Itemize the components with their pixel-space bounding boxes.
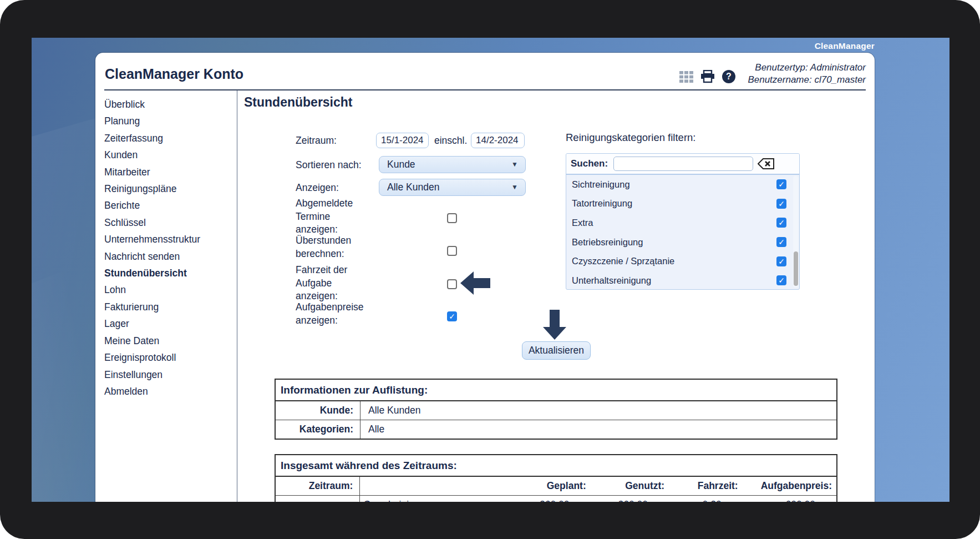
chevron-down-icon: ▼ — [511, 160, 518, 168]
sidebar-item-stundenuebersicht[interactable]: Stundenübersicht — [104, 265, 233, 281]
cell-planned: 260:00 — [507, 496, 590, 502]
sidebar-item-meine-daten[interactable]: Meine Daten — [104, 333, 233, 349]
totals-data-row: Grundreinigung 260:00 260:00 0:20 600,00 — [276, 496, 836, 502]
sidebar-item-abmelden[interactable]: Abmelden — [104, 383, 233, 400]
sort-select-value: Kunde — [387, 159, 415, 170]
filter-search-row: Suchen: — [566, 154, 799, 175]
print-icon[interactable] — [700, 70, 715, 83]
app-window: CleanManager Konto — [95, 53, 875, 502]
col-price: Aufgabenpreis: — [743, 477, 836, 495]
checkbox-label-ueberstunden: Überstunden berechnen: — [296, 234, 373, 260]
section-heading: Stundenübersicht — [244, 95, 353, 110]
checkbox-unterhaltsreinigung[interactable]: ✓ — [776, 275, 786, 285]
screenshot-frame: CleanManager CleanManager Konto — [0, 0, 980, 539]
filter-item-unterhaltsreinigung[interactable]: Unterhaltsreinigung ✓ — [566, 271, 799, 290]
checkbox-fahrzeit-anzeigen[interactable] — [447, 279, 457, 289]
filter-item-label: Tatortreinigung — [572, 198, 632, 209]
sidebar-item-zeiterfassung[interactable]: Zeiterfassung — [104, 130, 233, 147]
checkbox-abgemeldete-termine[interactable] — [447, 213, 457, 223]
col-planned: Geplant: — [507, 477, 590, 495]
info-table: Informationen zur Auflistung: Kunde: All… — [275, 379, 837, 440]
filter-item-betriebsreinigung[interactable]: Betriebsreinigung ✓ — [566, 233, 799, 252]
filter-category-list: Sichtreinigung ✓ Tatortreinigung ✓ Extra… — [566, 175, 799, 290]
filter-item-label: Sichtreinigung — [572, 179, 630, 190]
header-divider — [104, 89, 866, 90]
filter-item-tatortreinigung[interactable]: Tatortreinigung ✓ — [566, 194, 799, 214]
scrollbar-thumb[interactable] — [794, 251, 798, 286]
sidebar-item-unternehmensstruktur[interactable]: Unternehmensstruktur — [104, 231, 233, 248]
period-label: Zeitraum: — [296, 135, 337, 147]
sidebar-item-ueberblick[interactable]: Überblick — [104, 96, 233, 113]
sidebar-item-schluessel[interactable]: Schlüssel — [104, 214, 233, 231]
totals-header-row: Zeitraum: Geplant: Genutzt: Fahrzeit: Au… — [276, 477, 836, 496]
cell-name: Grundreinigung — [360, 496, 507, 502]
checkbox-czyszczenie[interactable]: ✓ — [776, 256, 786, 266]
col-period: Zeitraum: — [276, 477, 360, 495]
clear-search-icon[interactable] — [758, 157, 774, 170]
cell-used: 260:00 — [591, 496, 669, 502]
sidebar-item-ereignisprotokoll[interactable]: Ereignisprotokoll — [104, 349, 233, 366]
filter-heading: Reinigungskategorien filtern: — [566, 132, 695, 144]
checkbox-ueberstunden-berechnen[interactable] — [447, 246, 457, 256]
col-travel: Fahrzeit: — [669, 477, 742, 495]
filter-item-czyszczenie[interactable]: Czyszczenie / Sprzątanie ✓ — [566, 251, 799, 271]
browser-brand-label: CleanManager — [815, 41, 875, 51]
table-row: Kategorien: Alle — [276, 420, 836, 439]
sidebar-divider — [237, 90, 237, 502]
sidebar-item-lager[interactable]: Lager — [104, 315, 233, 332]
date-to-input[interactable] — [471, 133, 525, 148]
desktop-background: CleanManager CleanManager Konto — [32, 38, 949, 502]
filter-item-label: Czyszczenie / Sprzątanie — [572, 256, 674, 266]
help-icon[interactable]: ? — [722, 70, 735, 83]
filter-item-sichtreinigung[interactable]: Sichtreinigung ✓ — [566, 175, 799, 194]
info-table-title: Informationen zur Auflistung: — [276, 380, 836, 401]
info-row-label: Kunde: — [276, 401, 360, 420]
update-button[interactable]: Aktualisieren — [522, 341, 591, 360]
table-grid-icon[interactable] — [679, 71, 693, 83]
user-name-label: Benutzername: cl70_master — [748, 74, 866, 86]
search-label: Suchen: — [571, 158, 608, 169]
sidebar-item-nachricht-senden[interactable]: Nachricht senden — [104, 248, 233, 265]
info-row-value: Alle Kunden — [360, 401, 836, 420]
col-used: Genutzt: — [591, 477, 669, 495]
show-select-value: Alle Kunden — [387, 182, 439, 193]
sort-select[interactable]: Kunde ▼ — [379, 156, 526, 173]
checkbox-label-aufgabenpreise: Aufgabenpreise anzeigen: — [296, 301, 373, 327]
date-from-input[interactable] — [376, 133, 429, 148]
cell-period — [276, 496, 360, 502]
info-row-value: Alle — [360, 420, 836, 439]
totals-table: Insgesamt während des Zeitraums: Zeitrau… — [275, 454, 837, 502]
user-info: Benutzertyp: Administrator Benutzername:… — [748, 62, 866, 86]
sidebar-item-einstellungen[interactable]: Einstellungen — [104, 366, 233, 383]
sidebar-item-mitarbeiter[interactable]: Mitarbeiter — [104, 164, 233, 180]
filter-item-label: Unterhaltsreinigung — [572, 275, 651, 286]
sidebar-item-berichte[interactable]: Berichte — [104, 197, 233, 214]
filter-item-label: Extra — [572, 218, 593, 228]
sidebar-item-reinigungsplaene[interactable]: Reinigungspläne — [104, 180, 233, 197]
sidebar-item-planung[interactable]: Planung — [104, 113, 233, 129]
totals-table-title: Insgesamt während des Zeitraums: — [276, 455, 836, 477]
sort-label: Sortieren nach: — [296, 159, 362, 171]
checkbox-tatortreinigung[interactable]: ✓ — [776, 199, 786, 209]
cell-travel: 0:20 — [669, 496, 743, 502]
table-row: Kunde: Alle Kunden — [276, 401, 836, 420]
checkbox-betriebsreinigung[interactable]: ✓ — [776, 237, 786, 247]
show-select[interactable]: Alle Kunden ▼ — [379, 179, 526, 196]
info-row-label: Kategorien: — [276, 420, 360, 439]
checkbox-extra[interactable]: ✓ — [776, 218, 786, 228]
filter-item-extra[interactable]: Extra ✓ — [566, 213, 799, 233]
checkbox-sichtreinigung[interactable]: ✓ — [776, 179, 786, 189]
page-title: CleanManager Konto — [105, 66, 243, 82]
pointer-arrow-down-icon — [542, 310, 567, 340]
sidebar-item-kunden[interactable]: Kunden — [104, 147, 233, 163]
filter-scrollbar[interactable] — [793, 176, 798, 288]
sidebar-item-lohn[interactable]: Lohn — [104, 281, 233, 298]
sidebar-nav: Überblick Planung Zeiterfassung Kunden M… — [104, 96, 233, 400]
sidebar-item-fakturierung[interactable]: Fakturierung — [104, 299, 233, 315]
header-toolbar: ? — [679, 70, 735, 83]
checkbox-aufgabenpreise-anzeigen[interactable]: ✓ — [447, 311, 457, 321]
chevron-down-icon: ▼ — [511, 183, 518, 191]
filter-item-label: Betriebsreinigung — [572, 237, 643, 248]
cell-price: 600,00 — [743, 496, 836, 502]
search-input[interactable] — [613, 157, 753, 171]
